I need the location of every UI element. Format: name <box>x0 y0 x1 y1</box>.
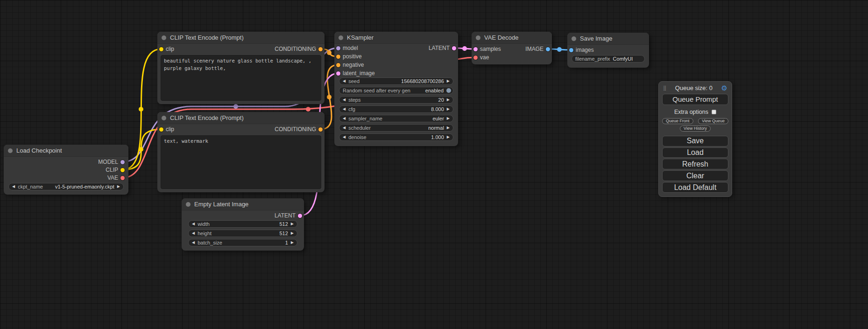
node-canvas[interactable]: Load Checkpoint MODEL CLIP VAE ◀ ckpt_na… <box>0 0 868 329</box>
slot-row: clip CONDITIONING <box>157 45 325 53</box>
widget-cfg[interactable]: ◀ cfg 8.000 ▶ <box>339 105 453 113</box>
widget-height[interactable]: ◀ height 512 ▶ <box>188 230 297 237</box>
input-slot-vae[interactable] <box>473 56 478 60</box>
node-clip-text-encode-positive[interactable]: CLIP Text Encode (Prompt) clip CONDITION… <box>157 32 325 104</box>
collapse-dot-icon[interactable] <box>162 116 166 120</box>
view-queue-button[interactable]: View Queue <box>698 118 728 124</box>
refresh-button[interactable]: Refresh <box>662 159 728 169</box>
increment-icon[interactable]: ▶ <box>447 107 450 111</box>
node-empty-latent-image[interactable]: Empty Latent Image LATENT ◀ width 512 ▶ … <box>182 198 304 251</box>
increment-icon[interactable]: ▶ <box>447 135 450 139</box>
widget-label: Random seed after every gen <box>343 88 410 93</box>
widget-filename-prefix[interactable]: filename_prefix ComfyUI <box>572 55 645 63</box>
input-row: negative <box>334 61 458 69</box>
node-titlebar[interactable]: VAE Decode <box>472 32 552 44</box>
input-slot-negative[interactable] <box>336 63 340 67</box>
node-titlebar[interactable]: CLIP Text Encode (Prompt) <box>157 112 325 124</box>
output-slot-latent[interactable] <box>298 214 302 218</box>
increment-icon[interactable]: ▶ <box>447 117 450 120</box>
decrement-icon[interactable]: ◀ <box>192 241 195 245</box>
view-history-button[interactable]: View History <box>680 126 711 132</box>
input-row: vae <box>472 53 552 62</box>
widget-batch-size[interactable]: ◀ batch_size 1 ▶ <box>188 239 297 246</box>
collapse-dot-icon[interactable] <box>162 35 166 40</box>
node-clip-text-encode-negative[interactable]: CLIP Text Encode (Prompt) clip CONDITION… <box>157 112 325 192</box>
node-titlebar[interactable]: CLIP Text Encode (Prompt) <box>157 32 325 44</box>
node-titlebar[interactable]: Empty Latent Image <box>182 198 304 210</box>
increment-icon[interactable]: ▶ <box>291 222 294 226</box>
input-slot-images[interactable] <box>569 48 573 52</box>
widget-value: enabled <box>425 88 444 93</box>
load-default-button[interactable]: Load Default <box>662 182 728 193</box>
increment-icon[interactable]: ▶ <box>291 241 294 245</box>
widget-value: v1-5-pruned-emaonly.ckpt <box>55 184 114 189</box>
increment-icon[interactable]: ▶ <box>447 126 450 130</box>
decrement-icon[interactable]: ◀ <box>343 98 346 102</box>
widget-scheduler[interactable]: ◀ scheduler normal ▶ <box>339 124 453 132</box>
increment-icon[interactable]: ▶ <box>447 79 450 83</box>
input-slot-clip[interactable] <box>159 47 163 51</box>
output-slot-latent[interactable] <box>452 46 456 50</box>
output-slot-clip[interactable] <box>120 168 125 172</box>
collapse-dot-icon[interactable] <box>186 202 191 207</box>
widget-seed[interactable]: ◀ seed 156680208700286 ▶ <box>339 77 453 85</box>
increment-icon[interactable]: ▶ <box>447 98 450 102</box>
queue-prompt-button[interactable]: Queue Prompt <box>662 94 728 105</box>
input-slot-positive[interactable] <box>336 55 340 59</box>
collapse-dot-icon[interactable] <box>476 35 480 40</box>
input-slot-clip[interactable] <box>159 127 163 132</box>
widget-steps[interactable]: ◀ steps 20 ▶ <box>339 96 453 104</box>
toggle-knob-icon[interactable] <box>446 88 451 93</box>
decrement-icon[interactable]: ◀ <box>12 185 15 189</box>
link-dot <box>557 47 562 52</box>
collapse-dot-icon[interactable] <box>572 36 576 41</box>
extra-options-label: Extra options <box>674 109 708 115</box>
input-slot-samples[interactable] <box>473 47 478 51</box>
node-vae-decode[interactable]: VAE Decode samples IMAGE vae <box>472 32 552 64</box>
load-button[interactable]: Load <box>662 147 728 158</box>
widget-ckpt-name[interactable]: ◀ ckpt_name v1-5-pruned-emaonly.ckpt ▶ <box>8 183 124 190</box>
save-button[interactable]: Save <box>662 136 728 147</box>
output-slot-vae[interactable] <box>120 176 125 180</box>
extra-options-checkbox[interactable] <box>712 110 716 114</box>
link-dot <box>139 107 143 112</box>
prompt-textarea[interactable]: beautiful scenery nature glass bottle la… <box>161 55 321 101</box>
decrement-icon[interactable]: ◀ <box>192 222 195 226</box>
link-dot <box>327 50 332 55</box>
widget-value: 8.000 <box>431 106 444 112</box>
decrement-icon[interactable]: ◀ <box>343 107 346 111</box>
node-ksampler[interactable]: KSampler model LATENT positive negative <box>334 32 458 146</box>
widget-label: width <box>198 221 210 227</box>
node-title: CLIP Text Encode (Prompt) <box>170 114 244 121</box>
settings-gear-icon[interactable]: ⚙ <box>721 84 727 91</box>
decrement-icon[interactable]: ◀ <box>343 117 346 120</box>
output-slot-model[interactable] <box>120 160 125 164</box>
increment-icon[interactable]: ▶ <box>291 231 294 235</box>
collapse-dot-icon[interactable] <box>339 35 343 40</box>
decrement-icon[interactable]: ◀ <box>343 79 346 83</box>
widget-denoise[interactable]: ◀ denoise 1.000 ▶ <box>339 133 453 141</box>
drag-handle-icon[interactable]: ⣿ <box>663 85 666 91</box>
input-slot-model[interactable] <box>336 46 340 50</box>
widget-value: 512 <box>279 231 288 236</box>
queue-front-button[interactable]: Queue Front <box>662 118 693 124</box>
output-slot-conditioning[interactable] <box>318 47 323 51</box>
clear-button[interactable]: Clear <box>662 170 728 181</box>
output-slot-image[interactable] <box>546 47 550 51</box>
prompt-textarea[interactable]: text, watermark <box>161 135 321 189</box>
node-load-checkpoint[interactable]: Load Checkpoint MODEL CLIP VAE ◀ ckpt_na… <box>4 145 128 195</box>
collapse-dot-icon[interactable] <box>8 148 13 153</box>
node-titlebar[interactable]: Save Image <box>567 33 649 45</box>
output-slot-conditioning[interactable] <box>318 127 323 132</box>
decrement-icon[interactable]: ◀ <box>192 231 195 235</box>
node-titlebar[interactable]: KSampler <box>334 32 458 44</box>
widget-sampler-name[interactable]: ◀ sampler_name euler ▶ <box>339 115 453 122</box>
widget-width[interactable]: ◀ width 512 ▶ <box>188 220 297 228</box>
input-slot-latent-image[interactable] <box>336 71 340 76</box>
increment-icon[interactable]: ▶ <box>117 185 120 189</box>
decrement-icon[interactable]: ◀ <box>343 126 346 130</box>
decrement-icon[interactable]: ◀ <box>343 135 346 139</box>
widget-seed-control[interactable]: Random seed after every gen enabled <box>339 87 453 94</box>
node-titlebar[interactable]: Load Checkpoint <box>4 145 128 157</box>
node-save-image[interactable]: Save Image images filename_prefix ComfyU… <box>567 33 649 68</box>
